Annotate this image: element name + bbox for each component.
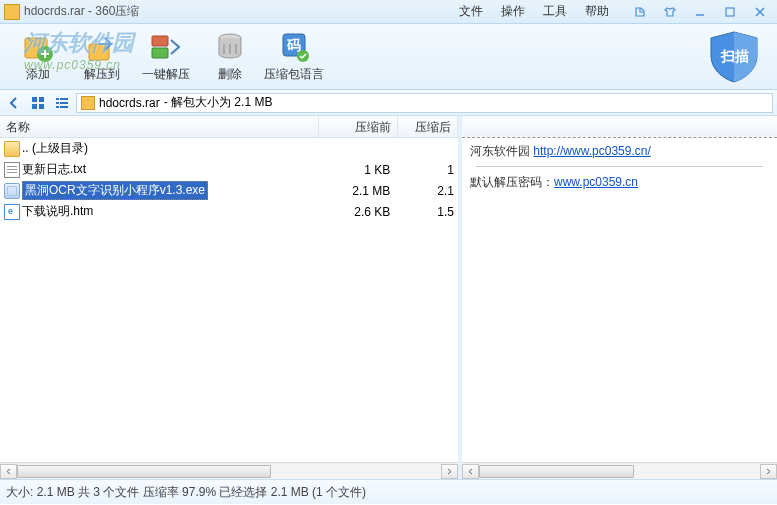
table-row[interactable]: 黑洞OCR文字识别小程序v1.3.exe2.1 MB2.1 bbox=[0, 180, 458, 201]
exe-icon bbox=[4, 183, 20, 199]
view-icons-button[interactable] bbox=[28, 93, 48, 113]
back-button[interactable] bbox=[4, 93, 24, 113]
scroll-right-icon[interactable] bbox=[441, 464, 458, 479]
add-icon bbox=[21, 30, 55, 64]
svg-rect-15 bbox=[56, 98, 59, 100]
svg-rect-19 bbox=[56, 106, 59, 108]
col-after[interactable]: 压缩后 bbox=[398, 116, 458, 137]
scroll-right-icon[interactable] bbox=[760, 464, 777, 479]
info-divider-top bbox=[462, 116, 777, 138]
svg-rect-12 bbox=[39, 97, 44, 102]
pw-link[interactable]: www.pc0359.cn bbox=[554, 175, 638, 189]
pw-label: 默认解压密码： bbox=[470, 175, 554, 189]
folder-icon bbox=[4, 141, 20, 157]
menu-bar: 文件 操作 工具 帮助 bbox=[459, 3, 609, 20]
file-name: 黑洞OCR文字识别小程序v1.3.exe bbox=[22, 181, 208, 200]
size-after: 1.5 bbox=[398, 205, 458, 219]
delete-button[interactable]: 删除 bbox=[198, 28, 262, 85]
archive-icon bbox=[81, 96, 95, 110]
table-row[interactable]: 下载说明.htm2.6 KB1.5 bbox=[0, 201, 458, 222]
size-before: 1 KB bbox=[319, 163, 399, 177]
file-name: 下载说明.htm bbox=[22, 203, 93, 220]
menu-file[interactable]: 文件 bbox=[459, 3, 483, 20]
minimize-icon[interactable] bbox=[687, 3, 713, 21]
txt-icon bbox=[4, 162, 20, 178]
size-after: 2.1 bbox=[398, 184, 458, 198]
svg-rect-16 bbox=[60, 98, 68, 100]
extract-to-button[interactable]: 解压到 bbox=[70, 28, 134, 85]
scan-button[interactable] bbox=[705, 30, 763, 84]
h-scrollbar[interactable] bbox=[0, 462, 458, 479]
svg-rect-1 bbox=[726, 8, 734, 16]
close-icon[interactable] bbox=[747, 3, 773, 21]
scroll-left-icon[interactable] bbox=[0, 464, 17, 479]
maximize-icon[interactable] bbox=[717, 3, 743, 21]
table-row[interactable]: 更新日志.txt1 KB1 bbox=[0, 159, 458, 180]
scroll-thumb[interactable] bbox=[17, 465, 271, 478]
title-bar: hdocrds.rar - 360压缩 文件 操作 工具 帮助 bbox=[0, 0, 777, 24]
col-before[interactable]: 压缩前 bbox=[319, 116, 399, 137]
info-h-scrollbar[interactable] bbox=[462, 462, 777, 479]
svg-text:码: 码 bbox=[286, 37, 301, 53]
path-desc: - 解包大小为 2.1 MB bbox=[164, 94, 273, 111]
size-before: 2.6 KB bbox=[319, 205, 399, 219]
add-button[interactable]: 添加 bbox=[6, 28, 70, 85]
site-link[interactable]: http://www.pc0359.cn/ bbox=[533, 144, 650, 158]
file-list[interactable]: .. (上级目录)更新日志.txt1 KB1黑洞OCR文字识别小程序v1.3.e… bbox=[0, 138, 458, 462]
skin-icon[interactable] bbox=[657, 3, 683, 21]
scroll-track[interactable] bbox=[17, 464, 441, 479]
extract-one-icon bbox=[149, 30, 183, 64]
svg-rect-11 bbox=[32, 97, 37, 102]
window-controls bbox=[627, 3, 773, 21]
svg-rect-5 bbox=[152, 36, 168, 46]
file-name: 更新日志.txt bbox=[22, 161, 86, 178]
table-row[interactable]: .. (上级目录) bbox=[0, 138, 458, 159]
size-after: 1 bbox=[398, 163, 458, 177]
info-pane: 河东软件园 http://www.pc0359.cn/ 默认解压密码：www.p… bbox=[462, 116, 777, 479]
delete-icon bbox=[213, 30, 247, 64]
size-before: 2.1 MB bbox=[319, 184, 399, 198]
path-archive: hdocrds.rar bbox=[99, 96, 160, 110]
lang-button[interactable]: 码 压缩包语言 bbox=[262, 28, 326, 85]
path-field[interactable]: hdocrds.rar - 解包大小为 2.1 MB bbox=[76, 93, 773, 113]
toolbar: 添加 解压到 一键解压 删除 码 压缩包语言 扫描 bbox=[0, 24, 777, 90]
menu-tool[interactable]: 工具 bbox=[543, 3, 567, 20]
column-headers: 名称 压缩前 压缩后 bbox=[0, 116, 458, 138]
svg-rect-6 bbox=[152, 48, 168, 58]
status-bar: 大小: 2.1 MB 共 3 个文件 压缩率 97.9% 已经选择 2.1 MB… bbox=[0, 480, 777, 504]
feedback-icon[interactable] bbox=[627, 3, 653, 21]
scroll-thumb[interactable] bbox=[479, 465, 634, 478]
info-content: 河东软件园 http://www.pc0359.cn/ 默认解压密码：www.p… bbox=[462, 138, 777, 197]
file-name: .. (上级目录) bbox=[22, 140, 88, 157]
svg-rect-20 bbox=[60, 106, 68, 108]
scroll-track[interactable] bbox=[479, 464, 760, 479]
extract-one-button[interactable]: 一键解压 bbox=[134, 28, 198, 85]
menu-operate[interactable]: 操作 bbox=[501, 3, 525, 20]
svg-rect-17 bbox=[56, 102, 59, 104]
main-area: 名称 压缩前 压缩后 .. (上级目录)更新日志.txt1 KB1黑洞OCR文字… bbox=[0, 116, 777, 480]
svg-rect-18 bbox=[60, 102, 68, 104]
svg-rect-14 bbox=[39, 104, 44, 109]
info-divider-mid bbox=[476, 166, 763, 167]
lang-icon: 码 bbox=[277, 30, 311, 64]
site-label: 河东软件园 bbox=[470, 144, 530, 158]
htm-icon bbox=[4, 204, 20, 220]
file-pane: 名称 压缩前 压缩后 .. (上级目录)更新日志.txt1 KB1黑洞OCR文字… bbox=[0, 116, 462, 479]
extract-to-icon bbox=[85, 30, 119, 64]
status-text: 大小: 2.1 MB 共 3 个文件 压缩率 97.9% 已经选择 2.1 MB… bbox=[6, 484, 366, 501]
col-name[interactable]: 名称 bbox=[0, 116, 319, 137]
path-bar: hdocrds.rar - 解包大小为 2.1 MB bbox=[0, 90, 777, 116]
menu-help[interactable]: 帮助 bbox=[585, 3, 609, 20]
scroll-left-icon[interactable] bbox=[462, 464, 479, 479]
svg-rect-13 bbox=[32, 104, 37, 109]
window-title: hdocrds.rar - 360压缩 bbox=[24, 3, 459, 20]
app-icon bbox=[4, 4, 20, 20]
view-list-button[interactable] bbox=[52, 93, 72, 113]
svg-rect-4 bbox=[89, 44, 109, 60]
